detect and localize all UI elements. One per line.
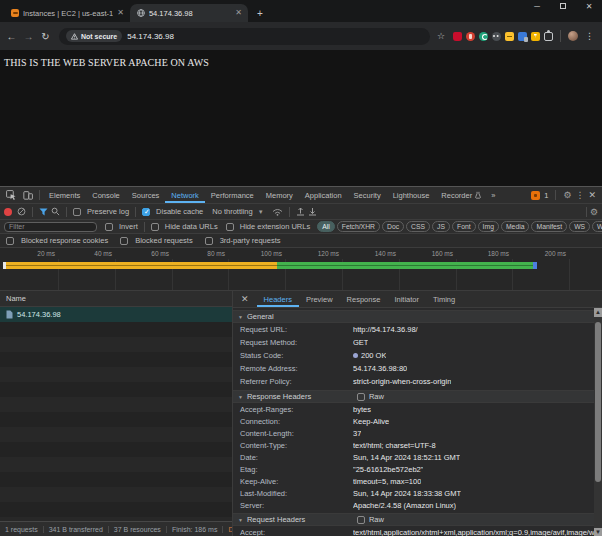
chip-ws[interactable]: WS [569,221,590,232]
request-headers-section-header[interactable]: ▼ Request Headers Raw [233,513,594,526]
maximize-button[interactable] [550,0,576,14]
stop-hand-icon[interactable] [466,32,475,41]
abp-icon[interactable] [453,32,462,41]
tab-initiator[interactable]: Initiator [387,291,426,307]
tick-label: 20 ms [1,250,55,257]
chip-media[interactable]: Media [501,221,530,232]
glasses-icon[interactable] [492,32,501,41]
response-headers-section-header[interactable]: ▼ Response Headers Raw [233,390,594,403]
response-raw-checkbox[interactable] [357,393,365,401]
invert-checkbox[interactable] [105,223,113,231]
devtools-menu-icon[interactable]: ⋮ [575,190,584,200]
chip-css[interactable]: CSS [406,221,430,232]
chip-wasm[interactable]: Wasm [592,221,602,232]
import-har-icon[interactable] [296,207,305,216]
yellow-bolt-icon[interactable] [531,32,540,41]
close-window-button[interactable]: ✕ [576,0,602,14]
header-row: Request Method: GET [233,336,594,349]
requests-count: 1 requests [0,526,44,533]
separator [66,207,67,217]
minimize-button[interactable]: ─ [524,0,550,14]
blocked-response-cookies-checkbox[interactable] [6,237,14,245]
bookmark-star-icon[interactable]: ☆ [437,31,445,41]
network-overview[interactable]: 20 ms 40 ms 60 ms 80 ms 100 ms 120 ms 14… [0,248,602,291]
record-icon[interactable] [4,208,12,216]
new-tab-button[interactable]: + [252,5,268,21]
request-raw-checkbox[interactable] [357,516,365,524]
blocked-options-row: Blocked response cookies Blocked request… [0,234,602,248]
chip-js[interactable]: JS [432,221,450,232]
scroll-up-icon[interactable]: ▲ [594,308,602,317]
tab-response[interactable]: Response [340,291,388,307]
linkedin-tool-icon[interactable] [518,32,527,41]
name-column-header[interactable]: Name [0,291,232,307]
puzzle-extensions-icon[interactable] [544,32,553,41]
device-toolbar-icon[interactable] [19,187,36,203]
request-list-empty-area[interactable] [0,322,232,521]
chip-font[interactable]: Font [452,221,476,232]
chip-img[interactable]: Img [478,221,499,232]
back-button[interactable]: ← [5,31,18,42]
tab-timing[interactable]: Timing [426,291,462,307]
reload-button[interactable]: ↻ [39,31,52,42]
blocked-requests-checkbox[interactable] [120,237,128,245]
clear-icon[interactable] [17,207,26,216]
tab-security[interactable]: Security [348,187,387,203]
tab-performance[interactable]: Performance [205,187,260,203]
forward-button[interactable]: → [22,31,35,42]
tab-console[interactable]: Console [86,187,126,203]
profile-avatar[interactable] [568,31,578,41]
filter-input[interactable] [4,222,97,232]
third-party-requests-checkbox[interactable] [205,237,213,245]
tick-label: 60 ms [115,250,169,257]
throttling-select[interactable]: No throttling [212,207,252,216]
browser-tab-ec2[interactable]: Instances | EC2 | us-east-1 ✕ [4,4,130,22]
tab-elements[interactable]: Elements [43,187,86,203]
url-text[interactable]: 54.174.36.98 [127,32,174,41]
network-conditions-icon[interactable] [272,207,283,216]
tab-preview[interactable]: Preview [299,291,340,307]
close-devtools-icon[interactable]: ✕ [588,190,596,200]
close-details-icon[interactable]: ✕ [233,294,257,304]
issues-icon[interactable] [531,191,540,200]
disable-cache-checkbox[interactable] [142,208,150,216]
scrollbar-thumb[interactable] [595,322,601,482]
hide-extension-urls-checkbox[interactable] [226,223,234,231]
filter-funnel-icon[interactable] [39,208,48,216]
hide-data-urls-checkbox[interactable] [151,223,159,231]
chip-fetch-xhr[interactable]: Fetch/XHR [337,221,380,232]
tick-label: 160 ms [399,250,453,257]
general-section-header[interactable]: ▼ General [233,310,594,323]
tab-memory[interactable]: Memory [260,187,299,203]
tab-sources[interactable]: Sources [126,187,166,203]
settings-gear-icon[interactable]: ⚙ [563,190,571,200]
grammarly-icon[interactable] [479,32,488,41]
inspect-element-icon[interactable] [2,187,19,203]
tab-recorder[interactable]: Recorder [435,187,487,203]
chip-manifest[interactable]: Manifest [531,221,567,232]
chip-all[interactable]: All [317,221,335,232]
tab-close-icon[interactable]: ✕ [235,9,242,17]
details-scrollbar[interactable]: ▲ ▼ [594,308,602,536]
scroll-down-icon[interactable]: ▼ [594,528,602,536]
preserve-log-checkbox[interactable] [73,208,81,216]
tab-application[interactable]: Application [299,187,348,203]
security-chip[interactable]: Not secure [66,30,122,42]
chrome-menu-icon[interactable]: ⋮ [582,31,597,41]
request-row[interactable]: 54.174.36.98 [0,307,232,322]
search-icon[interactable] [51,207,60,216]
header-row: Request URL: http://54.174.36.98/ [233,323,594,336]
yellow-notes-icon[interactable] [505,32,514,41]
chip-doc[interactable]: Doc [382,221,404,232]
address-bar[interactable]: Not secure 54.174.36.98 [59,28,430,45]
tab-network[interactable]: Network [165,187,205,203]
network-settings-gear-icon[interactable]: ⚙ [590,207,598,217]
export-har-icon[interactable] [308,207,317,216]
tab-close-icon[interactable]: ✕ [117,9,124,17]
browser-tab-webserver[interactable]: 54.174.36.98 ✕ [130,4,248,22]
network-summary-bar: 1 requests 341 B transferred 37 B resour… [0,521,232,536]
tab-headers[interactable]: Headers [257,291,299,307]
issues-count[interactable]: 1 [544,191,548,200]
more-tabs-icon[interactable]: » [487,191,499,200]
tab-lighthouse[interactable]: Lighthouse [387,187,436,203]
